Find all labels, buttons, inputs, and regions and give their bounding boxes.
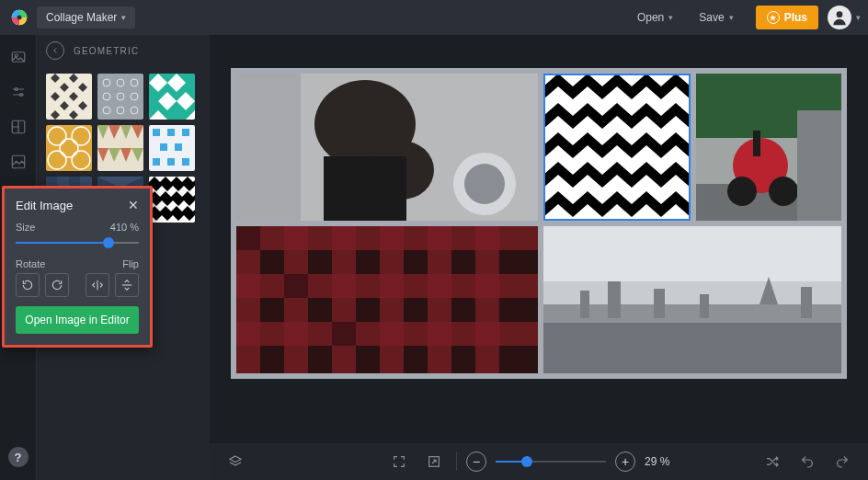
svg-rect-96 — [700, 294, 709, 318]
flip-label: Flip — [122, 258, 139, 269]
pattern-thumb[interactable] — [46, 125, 92, 171]
close-icon[interactable]: ✕ — [128, 198, 139, 212]
svg-rect-95 — [654, 289, 665, 318]
pattern-thumb[interactable] — [97, 125, 143, 171]
svg-point-77 — [464, 164, 505, 204]
edit-image-panel: Edit Image ✕ Size 410 % Rotate Flip — [2, 186, 153, 348]
app-title-dropdown[interactable]: Collage Maker ▾ — [37, 6, 135, 29]
fit-screen-icon[interactable] — [386, 449, 412, 474]
chevron-down-icon: ▾ — [121, 13, 126, 22]
svg-rect-90 — [543, 318, 841, 373]
svg-rect-93 — [580, 291, 589, 318]
undo-icon[interactable] — [794, 449, 820, 474]
category-label: GEOMETRIC — [74, 46, 139, 56]
svg-rect-57 — [175, 143, 182, 151]
svg-rect-97 — [801, 287, 812, 318]
account-menu[interactable]: ▾ — [828, 6, 861, 29]
canvas-area: − + 29 % — [210, 35, 868, 480]
svg-rect-37 — [46, 125, 92, 171]
edit-panel-title: Edit Image — [16, 199, 73, 212]
sidebar-header: GEOMETRIC — [37, 35, 210, 66]
save-label: Save — [699, 11, 724, 24]
svg-point-85 — [769, 177, 798, 206]
svg-rect-56 — [160, 143, 167, 151]
plus-label: Plus — [784, 11, 807, 24]
pattern-thumb[interactable] — [149, 125, 195, 171]
flip-horizontal-button[interactable] — [86, 273, 109, 297]
main-area: ? GEOMETRIC Edit Image ✕ — [0, 35, 868, 480]
svg-point-84 — [727, 177, 757, 206]
size-value: 410 % — [110, 222, 139, 233]
avatar — [828, 6, 851, 29]
rotate-right-button[interactable] — [45, 273, 69, 297]
open-in-editor-label: Open Image in Editor — [25, 314, 129, 326]
pattern-thumb[interactable] — [149, 74, 195, 120]
pattern-thumb[interactable] — [46, 74, 92, 120]
collage-cell[interactable] — [236, 74, 538, 221]
svg-point-1 — [17, 16, 22, 20]
image-tool-icon[interactable] — [9, 48, 28, 66]
chevron-down-icon: ▾ — [856, 13, 861, 22]
divider — [456, 452, 457, 471]
back-button[interactable] — [46, 41, 64, 60]
layers-icon[interactable] — [223, 449, 248, 474]
app-logo — [7, 6, 31, 29]
collage-cell-selected[interactable] — [543, 74, 691, 221]
pattern-thumb[interactable] — [149, 177, 195, 223]
size-label: Size — [16, 222, 35, 233]
open-menu[interactable]: Open ▾ — [628, 6, 682, 29]
svg-rect-86 — [753, 131, 760, 156]
svg-point-2 — [837, 11, 843, 17]
pattern-thumb[interactable] — [97, 74, 143, 120]
svg-rect-55 — [182, 129, 189, 136]
collage-cell[interactable] — [236, 226, 538, 373]
open-in-editor-button[interactable]: Open Image in Editor — [16, 306, 139, 334]
svg-rect-53 — [153, 129, 160, 136]
svg-rect-54 — [167, 129, 175, 136]
top-bar: Collage Maker ▾ Open ▾ Save ▾ ★ Plus ▾ — [0, 0, 868, 35]
plus-upgrade-button[interactable]: ★ Plus — [756, 6, 818, 29]
chevron-down-icon: ▾ — [668, 13, 673, 22]
layout-tool-icon[interactable] — [9, 118, 28, 136]
rotate-label: Rotate — [16, 258, 45, 269]
open-label: Open — [637, 11, 664, 24]
collage-cell[interactable] — [696, 74, 841, 221]
collage-cell[interactable] — [543, 226, 841, 373]
bottom-bar: − + 29 % — [210, 443, 868, 480]
sidebar: GEOMETRIC Edit Image ✕ Size 410 % — [37, 35, 210, 480]
flip-vertical-button[interactable] — [115, 273, 139, 297]
app-title-text: Collage Maker — [46, 11, 117, 24]
pattern-tool-icon[interactable] — [9, 153, 28, 171]
svg-rect-75 — [324, 156, 406, 221]
collage-background — [231, 68, 847, 379]
star-icon: ★ — [767, 11, 780, 24]
zoom-in-button[interactable]: + — [615, 451, 635, 472]
size-slider[interactable] — [16, 236, 139, 249]
shuffle-icon[interactable] — [760, 449, 785, 474]
zoom-out-button[interactable]: − — [466, 451, 486, 472]
zoom-value: 29 % — [645, 455, 681, 468]
sliders-tool-icon[interactable] — [9, 83, 28, 101]
collage — [236, 74, 841, 373]
expand-icon[interactable] — [421, 449, 447, 474]
svg-rect-78 — [236, 74, 301, 221]
svg-rect-58 — [153, 158, 160, 166]
canvas-scroll[interactable] — [210, 35, 868, 443]
svg-rect-94 — [608, 281, 621, 318]
svg-rect-87 — [797, 110, 841, 221]
rotate-left-button[interactable] — [16, 273, 40, 297]
svg-rect-60 — [182, 158, 189, 166]
save-menu[interactable]: Save ▾ — [690, 6, 742, 29]
help-button[interactable]: ? — [8, 447, 29, 467]
svg-rect-89 — [543, 226, 841, 281]
zoom-slider[interactable] — [496, 455, 606, 468]
redo-icon[interactable] — [829, 449, 855, 474]
svg-rect-59 — [167, 158, 175, 166]
chevron-down-icon: ▾ — [729, 13, 734, 22]
